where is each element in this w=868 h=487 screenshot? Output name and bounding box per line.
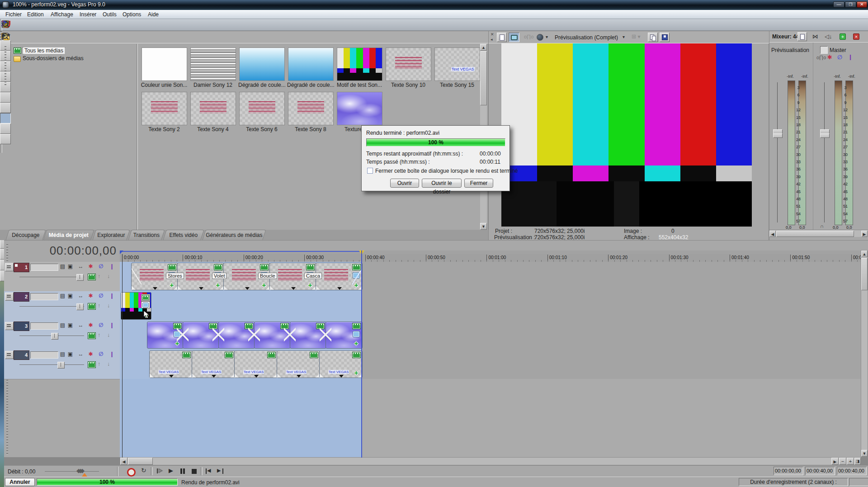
transition-label[interactable]: Stores	[166, 273, 184, 279]
media-item[interactable]: Texte Sony 10	[385, 47, 432, 90]
media-item[interactable]: Texte Sony 6	[238, 92, 285, 134]
track-next-keyframe-icon[interactable]: ↓	[107, 332, 110, 339]
event-expand-icon[interactable]	[337, 287, 342, 290]
track-prev-keyframe-icon[interactable]: ↑	[98, 361, 100, 368]
event-generator-icon[interactable]	[352, 323, 361, 329]
track-fx-icon[interactable]: ✱	[87, 263, 94, 270]
dialog-checkbox-label[interactable]: Fermer cette boîte de dialogue lorsque l…	[375, 168, 518, 174]
timeline-h-scrollbar[interactable]: ◀ ▶ − + ◨	[120, 457, 861, 465]
v-scroll-down-icon[interactable]: ▼	[861, 450, 868, 457]
zoom-out-icon[interactable]: −	[839, 458, 846, 465]
track-prev-keyframe-icon[interactable]: ↑	[98, 273, 100, 280]
preview-close-icon[interactable]: ✕	[491, 32, 494, 37]
rate-slider-handle[interactable]: ◆◆◆	[76, 467, 82, 474]
event-fx-icon[interactable]: +	[353, 340, 359, 346]
track-next-keyframe-icon[interactable]: ↓	[107, 303, 110, 309]
event-generator-icon[interactable]	[214, 264, 222, 270]
track-lane[interactable]	[362, 350, 861, 379]
track-composite-icon[interactable]: ▣	[67, 263, 74, 270]
preview-mode-arrow-icon[interactable]: ▾	[623, 34, 625, 39]
timeline-empty-selected[interactable]	[120, 379, 362, 458]
fader-track-preview[interactable]	[777, 82, 778, 222]
pause-button[interactable]	[178, 467, 188, 476]
media-item[interactable]: Dégradé de coule...	[238, 47, 285, 90]
track-collapse-button[interactable]	[5, 322, 14, 330]
track-mute-icon[interactable]: ∅	[98, 293, 104, 299]
track-mute-icon[interactable]: ∅	[98, 351, 104, 358]
play-from-start-button[interactable]: ▷	[155, 467, 165, 476]
event-generator-icon[interactable]	[352, 352, 361, 358]
track-number-badge[interactable]: 4	[14, 350, 29, 360]
rate-slider[interactable]	[45, 471, 99, 472]
fade-corner-icon[interactable]	[270, 286, 274, 290]
loop-region-bar[interactable]	[122, 251, 362, 252]
media-item[interactable]: Dégradé de coule...	[287, 47, 334, 90]
track-media-generator-icon[interactable]	[88, 332, 96, 339]
media-scroll-up-icon[interactable]: ▲	[480, 44, 487, 51]
preview-overlay-grid-icon[interactable]: ⊞ ▾	[632, 33, 640, 40]
timeline-ruler[interactable]: 0:00:0000:00:1000:00:2000:00:3000:00:400…	[120, 254, 861, 262]
track-level-slider-handle[interactable]	[76, 303, 84, 310]
media-item[interactable]: Texte Sony 4	[189, 92, 236, 134]
track-solo-icon[interactable]: ❙	[108, 293, 115, 299]
event-generator-icon[interactable]	[306, 264, 315, 270]
close-dialog-button[interactable]: Fermer	[464, 179, 493, 188]
track-level-icon[interactable]: ↔	[77, 351, 84, 358]
track-level-icon[interactable]: ↔	[77, 263, 84, 270]
mixer-insert-fx-icon[interactable]: +	[840, 33, 846, 40]
tab-m-dia-de-projet[interactable]: Média de projet	[43, 230, 94, 240]
fade-corner-icon[interactable]	[224, 286, 228, 290]
event-generator-icon[interactable]	[260, 264, 269, 270]
tab-effets-vid-o[interactable]: Effets vidéo	[163, 230, 204, 240]
copy-snapshot-icon[interactable]	[648, 33, 658, 42]
play-button[interactable]: ▶	[166, 467, 177, 476]
master-bus-icon[interactable]	[820, 46, 828, 54]
track-level-slider-handle[interactable]	[76, 274, 84, 281]
track-next-keyframe-icon[interactable]: ↓	[107, 361, 110, 368]
mixer-scroll-left-icon[interactable]: ◀	[769, 231, 776, 237]
mixer-scroll-right-icon[interactable]: ▶	[861, 231, 868, 237]
track-prev-keyframe-icon[interactable]: ↑	[98, 303, 100, 309]
dialog-close-checkbox[interactable]	[367, 168, 373, 174]
track-level-slider[interactable]	[19, 277, 84, 277]
transition-label[interactable]: Casca	[304, 273, 322, 279]
track-fx-chain-icon[interactable]: ▤	[59, 322, 66, 329]
mixer-properties-icon[interactable]	[797, 32, 807, 41]
track-header-2[interactable]: 2▤▣↔✱∅❙↑↓	[4, 291, 120, 321]
event-expand-icon[interactable]	[291, 287, 296, 290]
fade-corner-icon[interactable]	[192, 374, 196, 378]
menu-affichage[interactable]: Affichage	[51, 11, 73, 18]
event-generator-icon[interactable]	[141, 294, 150, 301]
track-media-generator-icon[interactable]	[88, 361, 96, 368]
media-item[interactable]: Texte Sony 8	[287, 92, 334, 134]
event-expand-icon[interactable]	[297, 375, 301, 378]
track-header-1[interactable]: 1▤▣↔✱∅❙↑↓	[4, 262, 120, 292]
track-next-keyframe-icon[interactable]: ↓	[107, 273, 110, 280]
v-scroll-up-icon[interactable]: ▲	[861, 251, 868, 257]
track-media-generator-icon[interactable]	[88, 303, 96, 310]
event-generator-icon[interactable]	[225, 352, 233, 358]
event-expand-icon[interactable]	[212, 375, 216, 378]
track-fx-icon[interactable]: ✱	[87, 293, 94, 299]
track-name-field[interactable]	[30, 293, 58, 300]
track-header-3[interactable]: 3▤▣↔✱∅❙↑↓	[4, 321, 120, 350]
mixer-scroll-thumb[interactable]	[776, 231, 854, 237]
media-item[interactable]: Text VEGASTexte Sony 15	[434, 47, 481, 90]
media-item[interactable]: Damier Sony 12	[189, 47, 236, 90]
menu-fichier[interactable]: Fichier	[5, 11, 22, 18]
timeline-event-text-vegas[interactable]: Text VEGAS	[234, 350, 278, 378]
cancel-render-button[interactable]: Annuler	[5, 478, 35, 486]
timecode-end-field[interactable]: 00:00:40,00	[805, 467, 835, 475]
fader-handle-master[interactable]	[820, 129, 829, 137]
timeline-v-scrollbar[interactable]: ▲ ▼	[861, 250, 868, 457]
mixer-remove-fx-icon[interactable]: ×	[853, 33, 859, 40]
timeline-empty[interactable]	[362, 379, 861, 458]
playhead-cursor[interactable]	[122, 254, 123, 458]
track-collapse-button[interactable]	[5, 263, 14, 271]
menu-aide[interactable]: Aide	[148, 11, 159, 18]
event-expand-icon[interactable]	[169, 375, 174, 378]
preview-mode-label[interactable]: Prévisualisation (Complet)	[555, 34, 618, 41]
loop-playback-button[interactable]: ↻	[140, 467, 150, 476]
master-fx-icon[interactable]: ✱	[827, 54, 832, 61]
track-lane[interactable]	[362, 262, 861, 292]
